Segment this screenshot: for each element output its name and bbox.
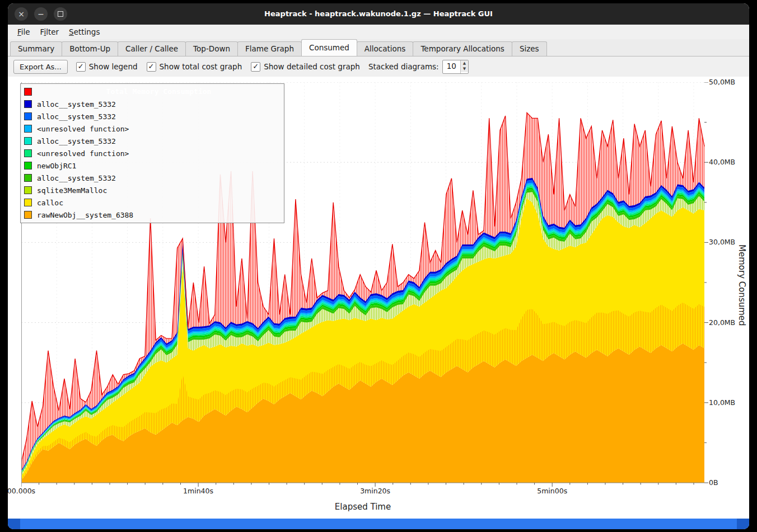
legend-label: alloc__system_5332 (37, 174, 116, 182)
stacked-diagrams-spinner[interactable]: 10 ▲▼ (442, 60, 469, 74)
menu-settings[interactable]: Settings (64, 26, 105, 38)
spin-down-icon[interactable]: ▼ (461, 66, 468, 72)
y-tick-label: 40,0MB (709, 158, 735, 166)
y-tick-label: 10,0MB (709, 398, 735, 407)
checkbox-label: Show legend (89, 62, 138, 71)
menu-bar: FileFilterSettings (8, 25, 749, 39)
checkbox-label: Show total cost graph (160, 62, 242, 71)
checkbox-label: Show detailed cost graph (264, 62, 360, 71)
x-tick-label: 5min00s (537, 487, 567, 495)
legend-row-unresolved-function: <unresolved function> (21, 123, 284, 135)
toolbar: Export As... ✓Show legend✓Show total cos… (8, 57, 749, 77)
sqlite3memmalloc-swatch (24, 186, 32, 194)
legend-label: <unresolved function> (37, 149, 129, 158)
maximize-icon (58, 11, 63, 17)
stacked-diagrams-label: Stacked diagrams: (368, 62, 439, 71)
alloc-system-5332-swatch (24, 174, 32, 182)
range-handle-right[interactable] (737, 519, 749, 529)
stacked-diagrams-value: 10 (443, 60, 460, 73)
tab-bottom-up[interactable]: Bottom-Up (62, 41, 118, 56)
legend-row-alloc-system-5332: alloc__system_5332 (21, 135, 284, 147)
checkbox-box: ✓ (251, 62, 260, 72)
legend-row-sqlite3memmalloc: sqlite3MemMalloc (21, 184, 284, 196)
tab-allocations[interactable]: Allocations (357, 41, 414, 56)
y-tick-label: 50,0MB (709, 78, 735, 86)
newobjrc1-swatch (24, 162, 32, 170)
tab-sizes[interactable]: Sizes (512, 41, 547, 56)
range-handle-left[interactable] (8, 519, 20, 529)
legend-label: rawNewObj__system_6388 (37, 211, 133, 219)
legend-row-alloc-system-5332: alloc__system_5332 (21, 110, 284, 123)
y-axis-title: Memory Consumed (737, 244, 747, 326)
total-memory-consumption-swatch (24, 88, 32, 96)
tab-caller-callee[interactable]: Caller / Callee (118, 41, 186, 56)
chart-region: Total Memory Consumptionalloc__system_53… (8, 77, 749, 519)
minimize-button[interactable]: − (34, 7, 48, 21)
tab-top-down[interactable]: Top-Down (185, 41, 238, 56)
x-tick-label: 1min40s (183, 487, 213, 495)
legend-row-total-memory-consumption: Total Memory Consumption (21, 86, 284, 98)
stacked-diagrams-control: Stacked diagrams: 10 ▲▼ (368, 60, 469, 74)
legend-label: calloc (37, 199, 63, 207)
close-button[interactable]: × (15, 7, 28, 21)
calloc-swatch (24, 199, 32, 206)
menu-filter[interactable]: Filter (35, 26, 64, 38)
tab-consumed[interactable]: Consumed (301, 39, 357, 56)
window-title: Heaptrack - heaptrack.wakunode.1.gz — He… (8, 3, 749, 25)
legend-label: alloc__system_5332 (37, 137, 116, 145)
legend-row-alloc-system-5332: alloc__system_5332 (21, 172, 284, 184)
maximize-button[interactable] (54, 7, 67, 21)
alloc-system-5332-swatch (24, 137, 32, 145)
app-window: × − Heaptrack - heaptrack.wakunode.1.gz … (8, 3, 749, 529)
legend-row-unresolved-function: <unresolved function> (21, 147, 284, 159)
legend-label: <unresolved function> (37, 125, 129, 133)
checkbox-box: ✓ (76, 62, 86, 72)
legend-row-newobjrc1: newObjRC1 (21, 159, 284, 172)
x-tick-label: 3min20s (360, 487, 390, 495)
alloc-system-5332-swatch (24, 112, 32, 120)
menu-file[interactable]: File (12, 26, 35, 38)
unresolved-function-swatch (24, 149, 32, 157)
x-axis-title: Elapsed Time (335, 502, 391, 512)
show-detailed-cost-graph-checkbox[interactable]: ✓Show detailed cost graph (251, 62, 360, 72)
legend-label: alloc__system_5332 (37, 112, 116, 121)
x-tick-label: 00.000s (8, 487, 35, 495)
titlebar: × − Heaptrack - heaptrack.wakunode.1.gz … (8, 3, 749, 25)
toolbar-checkboxes: ✓Show legend✓Show total cost graph✓Show … (76, 62, 360, 72)
legend-label: Total Memory Consumption (37, 81, 281, 102)
alloc-system-5332-swatch (24, 100, 32, 108)
legend-label: alloc__system_5332 (37, 100, 116, 109)
checkbox-box: ✓ (147, 62, 156, 72)
tab-temporary-allocations[interactable]: Temporary Allocations (413, 41, 512, 56)
tab-summary[interactable]: Summary (10, 41, 62, 56)
spinner-buttons: ▲▼ (460, 60, 468, 73)
y-tick-label: 20,0MB (709, 318, 735, 327)
y-tick-label: 0B (709, 478, 718, 487)
show-legend-checkbox[interactable]: ✓Show legend (76, 62, 138, 72)
window-controls: × − (15, 7, 67, 21)
minimize-icon: − (38, 10, 44, 18)
legend-label: sqlite3MemMalloc (37, 186, 107, 195)
y-tick-label: 30,0MB (709, 238, 735, 246)
spin-up-icon[interactable]: ▲ (461, 60, 468, 67)
unresolved-function-swatch (24, 125, 32, 133)
chart-legend: Total Memory Consumptionalloc__system_53… (20, 83, 284, 223)
legend-row-rawnewobj-system-6388: rawNewObj__system_6388 (21, 209, 284, 221)
legend-label: newObjRC1 (37, 162, 76, 170)
export-as-button[interactable]: Export As... (13, 60, 68, 74)
tab-bar: SummaryBottom-UpCaller / CalleeTop-DownF… (8, 39, 749, 57)
time-range-scrollbar[interactable] (8, 519, 749, 529)
close-icon: × (18, 10, 25, 18)
rawnewobj-system-6388-swatch (24, 211, 32, 219)
legend-row-calloc: calloc (21, 196, 284, 209)
tab-flame-graph[interactable]: Flame Graph (237, 41, 302, 56)
show-total-cost-graph-checkbox[interactable]: ✓Show total cost graph (147, 62, 242, 72)
